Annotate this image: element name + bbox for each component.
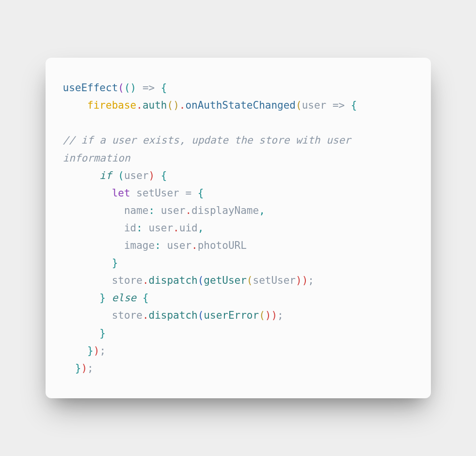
tok-userError: userError <box>204 309 259 321</box>
tok-brace: { <box>143 292 149 304</box>
tok-store: store <box>63 275 143 286</box>
tok-paren: ( <box>296 99 302 111</box>
tok-semi: ; <box>99 345 106 357</box>
tok-sp <box>191 187 198 199</box>
tok-if: if <box>99 170 111 181</box>
tok-dot: . <box>191 240 198 251</box>
tok-comma: , <box>259 205 265 216</box>
tok-user: user <box>143 222 173 234</box>
tok-semi: ; <box>87 362 94 374</box>
tok-sp <box>136 292 143 304</box>
tok-getUser: getUser <box>204 275 247 286</box>
tok-paren: ( <box>124 82 130 94</box>
tok-indent <box>63 170 100 181</box>
tok-useEffect: useEffect <box>63 82 118 94</box>
tok-colon: : <box>149 205 155 216</box>
tok-brace: { <box>161 82 167 94</box>
tok-sp <box>112 170 118 181</box>
tok-dot: . <box>179 99 186 111</box>
code-block: useEffect(() => { firebase.auth().onAuth… <box>63 79 413 377</box>
tok-dispatch: dispatch <box>149 275 198 286</box>
tok-arrow: => <box>326 99 351 111</box>
tok-paren: ) <box>81 362 87 374</box>
tok-paren: ) <box>173 99 179 111</box>
tok-dot: . <box>173 222 179 234</box>
tok-sp <box>106 292 112 304</box>
tok-brace: } <box>99 292 106 304</box>
tok-dot: . <box>185 205 191 216</box>
tok-indent <box>63 345 88 357</box>
tok-paren: ) <box>94 345 100 357</box>
tok-indent <box>63 187 112 199</box>
tok-firebase: firebase <box>87 99 136 111</box>
tok-dot: . <box>143 309 149 321</box>
tok-brace: { <box>198 187 204 199</box>
tok-indent <box>63 327 100 339</box>
tok-let: let <box>112 187 130 199</box>
tok-setUser: setUser <box>253 275 296 286</box>
tok-colon: : <box>136 222 143 234</box>
tok-image: image <box>63 240 155 251</box>
tok-uid: uid <box>179 222 198 234</box>
tok-paren: ) <box>130 82 137 94</box>
tok-brace: } <box>112 257 118 269</box>
tok-auth: auth <box>143 99 167 111</box>
tok-displayName: displayName <box>191 205 259 216</box>
tok-brace: } <box>75 362 81 374</box>
tok-user: user <box>155 205 185 216</box>
tok-paren: ) <box>149 170 155 181</box>
tok-brace: } <box>87 345 94 357</box>
tok-id: id <box>63 222 137 234</box>
tok-colon: : <box>155 240 161 251</box>
tok-paren: ( <box>118 170 124 181</box>
tok-brace: } <box>99 327 106 339</box>
tok-paren: ) <box>296 275 302 286</box>
tok-semi: ; <box>308 275 314 286</box>
tok-brace: { <box>161 170 167 181</box>
tok-dispatch: dispatch <box>149 309 198 321</box>
tok-paren: ( <box>198 275 204 286</box>
tok-paren: ) <box>302 275 308 286</box>
tok-photoURL: photoURL <box>198 240 247 251</box>
tok-paren: ) <box>271 309 277 321</box>
tok-store: store <box>63 309 143 321</box>
tok-onAuth: onAuthStateChanged <box>185 99 296 111</box>
tok-paren: ( <box>118 82 124 94</box>
tok-indent <box>63 257 112 269</box>
tok-else: else <box>112 292 137 304</box>
tok-dot: . <box>136 99 143 111</box>
tok-sp <box>155 170 161 181</box>
tok-paren: ( <box>167 99 173 111</box>
tok-brace: { <box>351 99 357 111</box>
tok-paren: ( <box>259 309 265 321</box>
tok-user: user <box>124 170 149 181</box>
tok-indent <box>63 99 88 111</box>
tok-user: user <box>161 240 191 251</box>
tok-paren: ( <box>247 275 253 286</box>
tok-comment: // if a user exists, update the store wi… <box>63 134 357 163</box>
tok-dot: . <box>143 275 149 286</box>
tok-name: name <box>63 205 149 216</box>
tok-comma: , <box>198 222 204 234</box>
tok-setUser: setUser <box>130 187 186 199</box>
code-card: useEffect(() => { firebase.auth().onAuth… <box>46 58 431 398</box>
tok-indent <box>63 362 75 374</box>
tok-eq: = <box>185 187 191 199</box>
tok-paren: ( <box>198 309 204 321</box>
tok-arrow: => <box>136 82 161 94</box>
tok-semi: ; <box>277 309 284 321</box>
tok-user: user <box>302 99 327 111</box>
tok-paren: ) <box>265 309 271 321</box>
tok-indent <box>63 292 100 304</box>
